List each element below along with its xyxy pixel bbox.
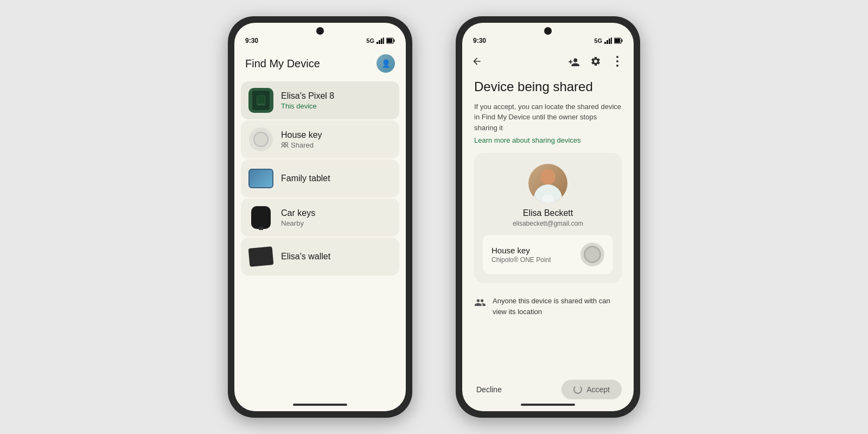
page-title: Device being shared: [474, 79, 622, 95]
notch-2: [462, 23, 634, 37]
svg-point-20: [616, 65, 618, 67]
decline-button[interactable]: Decline: [474, 381, 504, 398]
battery-icon-2: [614, 37, 623, 44]
shared-device-icon: [580, 242, 604, 266]
svg-rect-11: [604, 42, 606, 44]
svg-rect-0: [376, 42, 378, 44]
key-shape: [253, 132, 269, 147]
status-time-1: 9:30: [245, 37, 258, 44]
phone-2-screen: 9:30 5G: [462, 23, 634, 411]
phone-2: 9:30 5G: [456, 16, 640, 418]
device-card-info: House key Chipolo® ONE Point: [492, 246, 551, 264]
phone-screen-icon: [256, 95, 266, 106]
sharer-avatar: [528, 164, 567, 203]
device-name: Elisa's wallet: [281, 252, 392, 261]
device-info-tablet: Family tablet: [281, 174, 392, 183]
svg-rect-3: [383, 37, 384, 44]
list-item[interactable]: Elisa's Pixel 8 This device: [241, 81, 399, 119]
svg-rect-12: [607, 40, 608, 44]
status-icons-2: 5G: [594, 37, 623, 44]
more-options-button[interactable]: [610, 54, 625, 69]
shared-device-name: House key: [492, 246, 551, 255]
home-indicator-1: [293, 404, 347, 406]
device-name: Car keys: [281, 208, 392, 218]
back-button[interactable]: [468, 52, 486, 71]
device-sub: Nearby: [281, 219, 392, 227]
svg-rect-14: [611, 37, 612, 44]
svg-point-18: [616, 56, 618, 58]
list-item[interactable]: Car keys Nearby: [241, 199, 399, 237]
phone-1-screen: 9:30 5G Find My Device 👤: [234, 23, 406, 411]
device-icon-carkeys: [248, 205, 273, 230]
learn-more-link[interactable]: Learn more about sharing devices: [474, 136, 622, 144]
device-name: House key: [281, 130, 392, 140]
device-sub: This device: [281, 102, 392, 110]
app-header-1: Find My Device 👤: [234, 48, 406, 81]
camera-dot-1: [316, 27, 324, 35]
sharer-email: elisabeckett@gmail.com: [483, 220, 613, 227]
device-list: Elisa's Pixel 8 This device House key: [234, 81, 406, 399]
svg-rect-13: [609, 39, 610, 44]
app-title-1: Find My Device: [245, 58, 320, 70]
person-head: [540, 169, 556, 184]
device-info-carkeys: Car keys Nearby: [281, 208, 392, 227]
signal-icon-2: [604, 37, 612, 44]
device-name: Family tablet: [281, 174, 392, 183]
avatar-image-1: 👤: [376, 54, 395, 73]
person-body: [534, 184, 562, 203]
svg-rect-8: [257, 96, 265, 104]
svg-rect-1: [379, 40, 380, 44]
phone-1: 9:30 5G Find My Device 👤: [228, 16, 412, 418]
loading-spinner: [573, 385, 582, 394]
back-arrow-icon: [471, 56, 482, 67]
housekey-icon: [249, 127, 273, 151]
settings-button[interactable]: [588, 54, 603, 69]
shared-device-model: Chipolo® ONE Point: [492, 256, 551, 264]
status-icons-1: 5G: [366, 37, 395, 44]
device-icon-tablet: [248, 166, 273, 191]
svg-point-9: [282, 143, 285, 145]
list-item[interactable]: Elisa's wallet: [241, 238, 399, 276]
list-item[interactable]: Family tablet: [241, 159, 399, 197]
svg-rect-17: [615, 39, 620, 43]
svg-rect-2: [381, 39, 382, 44]
battery-icon-1: [386, 37, 395, 44]
signal-label-2: 5G: [594, 37, 602, 44]
list-item[interactable]: House key Shared: [241, 120, 399, 158]
device-info-wallet: Elisa's wallet: [281, 252, 392, 261]
svg-rect-5: [394, 40, 395, 42]
sharer-name: Elisa Beckett: [483, 208, 613, 218]
pixel-icon: [248, 88, 273, 113]
shared-device-card: House key Chipolo® ONE Point: [483, 235, 613, 274]
person-collar: [542, 194, 554, 203]
signal-label-1: 5G: [366, 37, 374, 44]
user-avatar-1[interactable]: 👤: [376, 54, 395, 73]
svg-point-10: [285, 143, 288, 145]
add-person-button[interactable]: [566, 54, 582, 69]
share-notice: Anyone this device is shared with can vi…: [474, 291, 622, 321]
page-description: If you accept, you can locate the shared…: [474, 101, 622, 133]
svg-rect-16: [622, 40, 623, 42]
people-icon: [474, 297, 486, 307]
device-icon-housekey: [248, 127, 273, 152]
shared-icon: [281, 142, 289, 148]
signal-icon-1: [376, 37, 384, 44]
accept-label: Accept: [586, 385, 610, 394]
sharer-image: [528, 164, 567, 203]
device-name: Elisa's Pixel 8: [281, 91, 392, 101]
key-icon: [584, 246, 601, 263]
home-indicator-2: [521, 404, 575, 406]
wallet-icon: [248, 246, 273, 267]
tablet-icon: [248, 169, 273, 188]
device-sub: Shared: [281, 141, 392, 149]
back-header: [462, 48, 634, 75]
sharing-card: Elisa Beckett elisabeckett@gmail.com Hou…: [474, 153, 622, 283]
settings-icon: [590, 56, 601, 67]
device-info-pixel: Elisa's Pixel 8 This device: [281, 91, 392, 110]
pixel-screen: [252, 91, 270, 110]
page-content-2: Device being shared If you accept, you c…: [462, 75, 634, 374]
device-icon-pixel: [248, 88, 273, 113]
add-person-icon: [568, 56, 580, 66]
status-time-2: 9:30: [473, 37, 486, 44]
accept-button[interactable]: Accept: [561, 380, 622, 399]
